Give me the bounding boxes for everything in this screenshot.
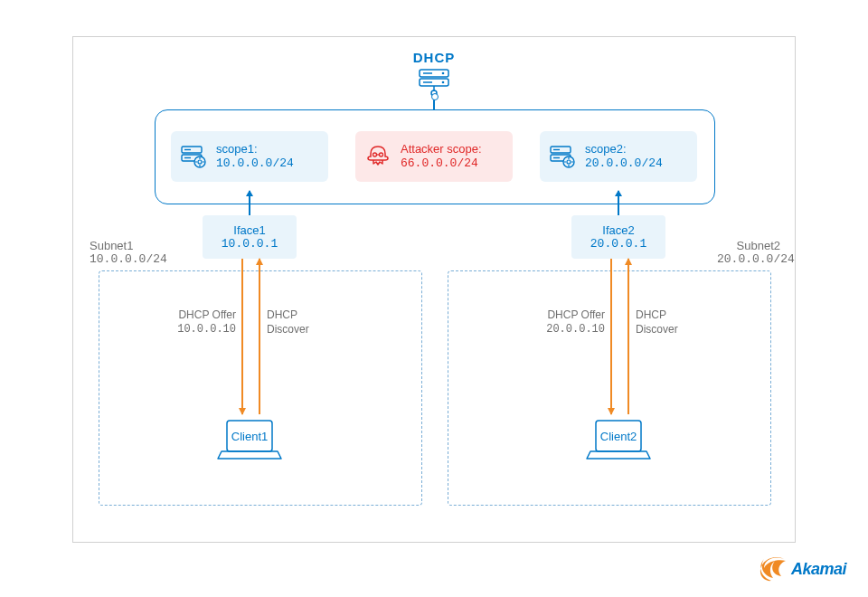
scope-server-icon bbox=[549, 143, 576, 170]
offer2-caption: DHCP Offer 20.0.0.10 bbox=[542, 308, 605, 336]
discover1-caption: DHCP Discover bbox=[267, 308, 309, 336]
client1: Client1 bbox=[209, 417, 290, 464]
arrow-dhcp-discover-1 bbox=[259, 259, 260, 414]
offer2-ip: 20.0.0.10 bbox=[542, 323, 605, 337]
svg-point-4 bbox=[442, 72, 445, 75]
discover1-label: DHCP Discover bbox=[267, 308, 309, 336]
client2: Client2 bbox=[578, 417, 659, 464]
client2-label: Client2 bbox=[578, 430, 659, 443]
subnet2-box bbox=[448, 270, 771, 506]
scope2-range: 20.0.0.0/24 bbox=[585, 156, 663, 171]
offer1-ip: 10.0.0.10 bbox=[173, 323, 236, 337]
attacker-icon bbox=[364, 143, 392, 170]
svg-point-18 bbox=[373, 153, 377, 156]
iface1-ip: 10.0.0.1 bbox=[222, 237, 278, 251]
arrow-dhcp-offer-2 bbox=[610, 259, 612, 414]
scope1-range: 10.0.0.0/24 bbox=[216, 156, 294, 171]
subnet2-label: Subnet2 20.0.0.0/24 bbox=[717, 239, 780, 266]
iface1-card: Iface1 10.0.0.1 bbox=[203, 215, 297, 259]
attacker-scope-card: Attacker scope: 66.0.0.0/24 bbox=[355, 131, 513, 182]
arrow-dhcp-discover-2 bbox=[627, 259, 629, 414]
attacker-title: Attacker scope: bbox=[401, 142, 482, 156]
subnet1-range: 10.0.0.0/24 bbox=[90, 252, 167, 266]
scope-server-icon bbox=[180, 143, 207, 170]
arrow-iface1-to-scope1 bbox=[249, 191, 250, 215]
iface1-name: Iface1 bbox=[233, 223, 265, 237]
scope1-title: scope1: bbox=[216, 142, 294, 156]
iface2-card: Iface2 20.0.0.1 bbox=[571, 215, 665, 259]
akamai-logo: Akamai bbox=[757, 555, 846, 583]
svg-point-5 bbox=[442, 81, 445, 84]
subnet1-name: Subnet1 bbox=[90, 239, 167, 252]
akamai-wave-icon bbox=[757, 555, 788, 583]
subnet2-name: Subnet2 bbox=[717, 239, 780, 252]
offer1-label: DHCP Offer bbox=[173, 308, 236, 323]
diagram-frame: DHCP bbox=[72, 36, 796, 543]
scope2-title: scope2: bbox=[585, 142, 663, 156]
akamai-logo-text: Akamai bbox=[791, 560, 846, 579]
client1-label: Client1 bbox=[209, 430, 290, 443]
subnet1-label: Subnet1 10.0.0.0/24 bbox=[90, 239, 167, 266]
dhcp-title: DHCP bbox=[413, 50, 456, 65]
arrow-iface2-to-scope2 bbox=[618, 191, 619, 215]
scope2-card: scope2: 20.0.0.0/24 bbox=[540, 131, 697, 182]
discover2-label: DHCP Discover bbox=[636, 308, 678, 336]
subnet2-range: 20.0.0.0/24 bbox=[717, 252, 780, 266]
dhcp-connector-line bbox=[433, 97, 435, 109]
subnet1-box bbox=[99, 270, 422, 506]
scope1-card: scope1: 10.0.0.0/24 bbox=[171, 131, 328, 182]
discover2-caption: DHCP Discover bbox=[636, 308, 678, 336]
offer2-label: DHCP Offer bbox=[542, 308, 605, 323]
iface2-name: Iface2 bbox=[602, 223, 634, 237]
iface2-ip: 20.0.0.1 bbox=[590, 237, 646, 251]
svg-point-19 bbox=[380, 153, 383, 156]
arrow-dhcp-offer-1 bbox=[241, 259, 243, 414]
offer1-caption: DHCP Offer 10.0.0.10 bbox=[173, 308, 236, 336]
attacker-range: 66.0.0.0/24 bbox=[401, 156, 482, 171]
